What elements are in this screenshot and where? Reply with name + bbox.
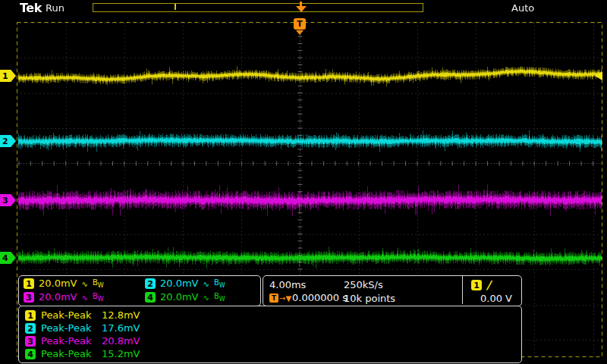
channel-4-scale: 20.0mV — [160, 292, 199, 303]
channel-4-badge: 4 — [25, 349, 36, 359]
coupling-wave-icon: ∿ — [203, 280, 209, 288]
horizontal-trigger-readouts: 4.00ms 250kS/s T →▼ 0.000000 s 10k point… — [263, 275, 522, 306]
trigger-mode: Auto — [511, 3, 534, 14]
bandwidth-limit-icon: BW — [93, 292, 104, 303]
measurement-label: Peak-Peak — [41, 310, 99, 321]
measurements-panel: 1 Peak-Peak 12.8mV 2 Peak-Peak 17.6mV 3 … — [18, 306, 522, 363]
measurement-row: 4 Peak-Peak 15.2mV — [25, 348, 140, 360]
channel-3-readout: 3 20.0mV ∿ BW — [24, 292, 104, 303]
trigger-position-arrowhead-icon — [296, 6, 307, 12]
coupling-wave-icon: ∿ — [82, 293, 88, 302]
trigger-source-readout: 1 ∕ — [471, 278, 490, 292]
trigger-delay-readout: T →▼ 0.000000 s — [269, 293, 348, 303]
record-length: 10k points — [344, 293, 395, 304]
measurement-row: 3 Peak-Peak 20.8mV — [25, 335, 140, 347]
measurement-value: 15.2mV — [102, 349, 140, 359]
measurement-row: 2 Peak-Peak 17.6mV — [25, 322, 140, 334]
trigger-level: 0.00 V — [480, 293, 512, 304]
channel-3-scale: 20.0mV — [39, 292, 77, 303]
channel-2-readout: 2 20.0mV ∿ BW — [145, 278, 225, 289]
oscilloscope-screen: Tek Run Auto T 1 2 3 4 1 20.0mV ∿ BW 2 2… — [0, 0, 607, 364]
divider — [462, 276, 463, 304]
channel-4-badge: 4 — [145, 292, 156, 303]
record-window-tick — [175, 4, 176, 10]
channel-3-badge: 3 — [24, 292, 34, 303]
bandwidth-limit-icon: BW — [214, 292, 225, 303]
channel-1-readout: 1 20.0mV ∿ BW — [24, 278, 104, 289]
channel-1-scale: 20.0mV — [39, 278, 77, 289]
horizontal-scale: 4.00ms — [269, 280, 306, 290]
trigger-source-badge: 1 — [471, 280, 482, 290]
measurement-label: Peak-Peak — [41, 349, 99, 359]
coupling-wave-icon: ∿ — [203, 293, 209, 302]
measurement-value: 20.8mV — [102, 336, 140, 347]
tek-logo: Tek — [20, 1, 42, 15]
measurement-row: 1 Peak-Peak 12.8mV — [25, 309, 140, 322]
channel-2-scale: 20.0mV — [160, 278, 199, 289]
trigger-delay-arrow-icon: →▼ — [279, 294, 291, 303]
trigger-slope-icon: ∕ — [486, 278, 490, 292]
channel-1-badge: 1 — [24, 278, 34, 289]
trigger-flag: T — [294, 18, 306, 30]
coupling-wave-icon: ∿ — [82, 280, 88, 288]
channel-scale-readouts: 1 20.0mV ∿ BW 2 20.0mV ∿ BW 3 20.0mV ∿ B… — [18, 275, 261, 306]
measurement-value: 12.8mV — [102, 310, 140, 321]
channel-1-badge: 1 — [25, 310, 36, 321]
channel-3-badge: 3 — [25, 336, 36, 347]
bandwidth-limit-icon: BW — [214, 278, 225, 289]
record-view-bar — [93, 3, 423, 12]
measurement-value: 17.6mV — [102, 323, 140, 334]
measurement-label: Peak-Peak — [41, 323, 99, 334]
bandwidth-limit-icon: BW — [93, 278, 104, 289]
acquisition-status: Run — [46, 3, 64, 14]
trigger-delay-time: 0.000000 s — [292, 293, 348, 303]
trigger-delay-icon: T — [269, 293, 278, 303]
channel-2-badge: 2 — [25, 323, 36, 334]
channel-2-badge: 2 — [145, 278, 156, 289]
channel-4-readout: 4 20.0mV ∿ BW — [145, 292, 225, 303]
trigger-level-arrow-icon — [595, 71, 602, 80]
sample-rate: 250kS/s — [344, 280, 383, 290]
measurement-label: Peak-Peak — [41, 336, 99, 347]
